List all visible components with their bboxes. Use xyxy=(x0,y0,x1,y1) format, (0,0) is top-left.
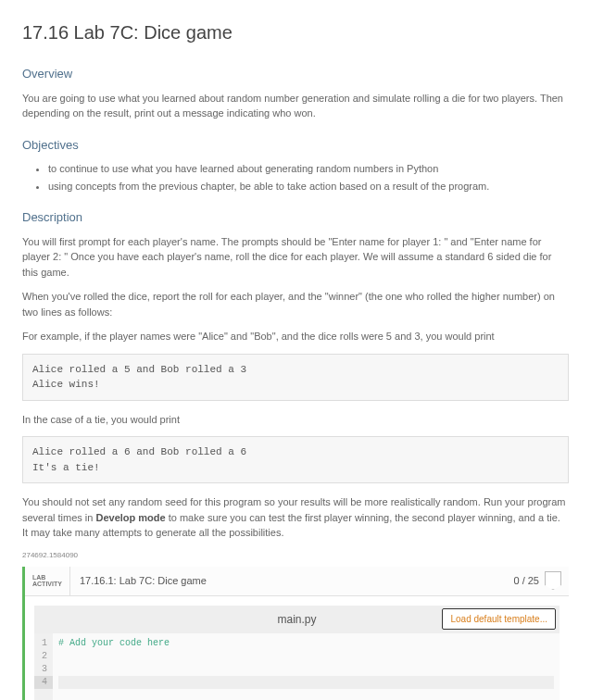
score-shield-icon xyxy=(545,571,561,590)
code-editor[interactable]: 1 2 3 4 # Add your code here xyxy=(34,633,560,701)
content-id: 274692.1584090 xyxy=(22,550,569,561)
lab-activity-box: LAB ACTIVITY 17.16.1: Lab 7C: Dice game … xyxy=(22,567,569,701)
lab-tag-line1: LAB xyxy=(32,574,62,581)
description-heading: Description xyxy=(22,208,569,227)
line-number: 2 xyxy=(38,650,47,663)
description-p4: In the case of a tie, you would print xyxy=(22,412,569,428)
load-default-template-button[interactable]: Load default template... xyxy=(442,608,556,630)
list-item: to continue to use what you have learned… xyxy=(48,161,569,177)
lab-tag-line2: ACTIVITY xyxy=(32,581,62,587)
description-p1: You will first prompt for each player's … xyxy=(22,234,569,281)
editor-gutter: 1 2 3 4 xyxy=(34,633,53,701)
lab-title: 17.16.1: Lab 7C: Dice game xyxy=(70,573,207,589)
overview-text: You are going to use what you learned ab… xyxy=(22,91,569,121)
lab-tag: LAB ACTIVITY xyxy=(25,567,70,595)
line-number: 3 xyxy=(38,663,47,676)
page-title: 17.16 Lab 7C: Dice game xyxy=(22,19,569,46)
description-p5: You should not set any random seed for t… xyxy=(22,494,569,541)
cursor-line xyxy=(58,676,554,689)
description-p2: When you've rolled the dice, report the … xyxy=(22,289,569,319)
objectives-heading: Objectives xyxy=(22,136,569,155)
code-line: # Add your code here xyxy=(58,638,170,648)
code-example-1: Alice rolled a 5 and Bob rolled a 3 Alic… xyxy=(22,354,569,401)
objectives-list: to continue to use what you have learned… xyxy=(22,161,569,194)
description-p3: For example, if the player names were "A… xyxy=(22,329,569,344)
file-bar: main.py Load default template... xyxy=(34,606,560,633)
overview-heading: Overview xyxy=(22,65,569,83)
list-item: using concepts from the previous chapter… xyxy=(48,179,569,194)
code-area[interactable]: # Add your code here xyxy=(53,633,560,701)
lab-header: LAB ACTIVITY 17.16.1: Lab 7C: Dice game … xyxy=(25,567,569,596)
line-number: 1 xyxy=(38,637,47,650)
p5-bold: Develop mode xyxy=(95,512,165,523)
line-number: 4 xyxy=(34,676,53,689)
lab-score: 0 / 25 xyxy=(513,573,545,589)
code-example-2: Alice rolled a 6 and Bob rolled a 6 It's… xyxy=(22,436,569,483)
